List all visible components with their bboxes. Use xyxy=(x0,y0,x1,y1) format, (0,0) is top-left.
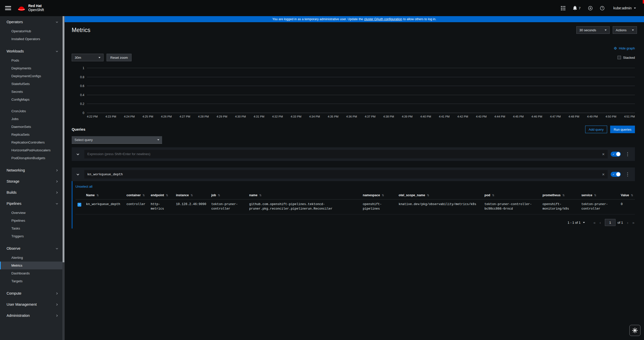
pagination-options-menu[interactable]: 1 - 1 of 1 xyxy=(566,220,586,225)
query-expression-input[interactable] xyxy=(84,170,608,179)
sidebar-item-poddisruptionbudgets[interactable]: PodDisruptionBudgets xyxy=(0,154,62,162)
sidebar-section-operators[interactable]: Operators xyxy=(0,16,62,27)
unselect-all-link[interactable]: Unselect all xyxy=(75,185,92,188)
hide-graph-link[interactable]: Hide graph xyxy=(614,46,635,50)
sidebar-section-compute[interactable]: Compute xyxy=(0,288,62,299)
sidebar-item-daemonsets[interactable]: DaemonSets xyxy=(0,123,62,131)
run-queries-button[interactable]: Run queries xyxy=(610,126,635,133)
sidebar-item-deploymentconfigs[interactable]: DeploymentConfigs xyxy=(0,72,62,80)
reset-zoom-button[interactable]: Reset zoom xyxy=(107,54,132,61)
clear-expression-button[interactable]: × xyxy=(601,152,606,157)
openshift-console: Red Hat OpenShift 7 xyxy=(0,0,644,340)
sidebar-item-installed-operators[interactable]: Installed Operators xyxy=(0,35,62,43)
query-row-1: × ✓ ⋮ xyxy=(72,147,635,161)
import-button[interactable] xyxy=(588,6,593,10)
row-checkbox[interactable]: ✓ xyxy=(78,203,81,207)
x-tick-label: 4:33 PM xyxy=(291,115,301,118)
sidebar-item-alerting[interactable]: Alerting xyxy=(0,254,62,262)
sidebar-item-pipelines[interactable]: Pipelines xyxy=(0,217,62,224)
column-header-name[interactable]: name⇅ xyxy=(247,191,361,200)
app-launcher-button[interactable] xyxy=(561,6,565,10)
sidebar-section-builds[interactable]: Builds xyxy=(0,187,62,198)
sidebar-section-observe[interactable]: Observe xyxy=(0,243,62,254)
column-header-instance[interactable]: instance⇅ xyxy=(174,191,209,200)
select-query-dropdown[interactable]: Select query xyxy=(72,136,162,144)
user-menu[interactable]: kube:admin xyxy=(612,6,637,10)
sidebar-item-replicationcontrollers[interactable]: ReplicationControllers xyxy=(0,138,62,146)
sidebar-item-overview[interactable]: Overview xyxy=(0,209,62,217)
column-header-value[interactable]: Value⇅ xyxy=(619,191,635,200)
sidebar-scrollbar[interactable] xyxy=(62,16,65,340)
sidebar-item-tasks[interactable]: Tasks xyxy=(0,224,62,232)
sidebar-item-pods[interactable]: Pods xyxy=(0,56,62,64)
queries-heading: Queries xyxy=(72,127,85,131)
help-button[interactable]: ? xyxy=(600,6,604,10)
column-header-job[interactable]: job⇅ xyxy=(209,191,247,200)
sidebar-item-deployments[interactable]: Deployments xyxy=(0,64,62,72)
nav-section-observe: ObserveAlertingMetricsDashboardsTargets xyxy=(0,243,62,288)
sort-icon: ⇅ xyxy=(191,194,193,197)
time-range-select[interactable]: 30m xyxy=(72,54,104,61)
column-header-service[interactable]: service⇅ xyxy=(579,191,619,200)
prev-page-button[interactable]: ‹ xyxy=(600,220,601,225)
sidebar-item-targets[interactable]: Targets xyxy=(0,277,62,285)
clear-expression-button[interactable]: × xyxy=(601,172,606,177)
column-header-prometheus[interactable]: prometheus⇅ xyxy=(540,191,579,200)
sidebar-item-dashboards[interactable]: Dashboards xyxy=(0,269,62,277)
query-expand-toggle[interactable] xyxy=(74,151,81,158)
sidebar-item-horizontalpodautoscalers[interactable]: HorizontalPodAutoscalers xyxy=(0,146,62,154)
sidebar-item-metrics[interactable]: Metrics xyxy=(0,262,62,269)
sidebar-item-secrets[interactable]: Secrets xyxy=(0,88,62,96)
y-tick-label: 0.6 xyxy=(80,84,84,88)
query-enabled-toggle[interactable]: ✓ xyxy=(611,152,621,157)
x-tick-label: 4:28 PM xyxy=(198,115,209,118)
notifications-button[interactable]: 7 xyxy=(573,6,580,10)
sidebar-section-user-management[interactable]: User Management xyxy=(0,299,62,310)
sidebar-item-jobs[interactable]: Jobs xyxy=(0,115,62,123)
column-label: Value xyxy=(621,193,629,197)
column-header-otel-scope-name[interactable]: otel_scope_name⇅ xyxy=(397,191,482,200)
oauth-config-link[interactable]: cluster OAuth configuration xyxy=(364,17,402,21)
sidebar-item-replicasets[interactable]: ReplicaSets xyxy=(0,131,62,138)
query-expression-input[interactable] xyxy=(84,150,608,158)
query-kebab-menu[interactable]: ⋮ xyxy=(624,152,631,156)
redhat-openshift-logo[interactable]: Red Hat OpenShift xyxy=(17,4,44,12)
sidebar-section-administration[interactable]: Administration xyxy=(0,310,62,321)
column-header-pod[interactable]: pod⇅ xyxy=(482,191,540,200)
query-expand-toggle[interactable] xyxy=(74,171,81,178)
sidebar-section-networking[interactable]: Networking xyxy=(0,164,62,176)
x-tick-label: 4:51 PM xyxy=(624,115,635,118)
refresh-interval-select[interactable]: 30 seconds xyxy=(576,26,610,34)
nav-toggle-button[interactable] xyxy=(5,6,11,10)
nav-section-pipelines: PipelinesOverviewPipelinesTasksTriggers xyxy=(0,198,62,243)
sidebar-item-operatorhub[interactable]: OperatorHub xyxy=(0,27,62,35)
add-query-button[interactable]: Add query xyxy=(585,126,607,133)
column-header-namespace[interactable]: namespace⇅ xyxy=(361,191,397,200)
actions-label: Actions xyxy=(616,28,627,32)
sidebar-item-cronjobs[interactable]: CronJobs xyxy=(0,107,62,115)
last-page-button[interactable]: » xyxy=(632,220,634,225)
app-launcher-grid-icon xyxy=(561,6,565,10)
sidebar-item-configmaps[interactable]: ConfigMaps xyxy=(0,96,62,103)
column-header-name[interactable]: Name⇅ xyxy=(84,191,124,200)
caret-down-icon xyxy=(157,139,159,140)
sidebar-section-workloads[interactable]: Workloads xyxy=(0,45,62,56)
first-page-button[interactable]: « xyxy=(594,220,596,225)
column-header-endpoint[interactable]: endpoint⇅ xyxy=(149,191,174,200)
query-enabled-toggle[interactable]: ✓ xyxy=(611,172,621,177)
sidebar-section-storage[interactable]: Storage xyxy=(0,176,62,187)
column-header-container[interactable]: container⇅ xyxy=(124,191,149,200)
stacked-checkbox[interactable]: Stacked xyxy=(617,56,635,60)
x-tick-label: 4:41 PM xyxy=(439,115,450,118)
sidebar-item-triggers[interactable]: Triggers xyxy=(0,232,62,240)
chevron-right-icon xyxy=(56,180,58,183)
sidebar-item-statefulsets[interactable]: StatefulSets xyxy=(0,80,62,88)
y-tick-label: 1 xyxy=(83,66,84,70)
actions-dropdown[interactable]: Actions xyxy=(613,26,637,34)
nav-section-storage: Storage xyxy=(0,176,62,187)
next-page-button[interactable]: › xyxy=(627,220,628,225)
sidebar-section-pipelines[interactable]: Pipelines xyxy=(0,198,62,209)
current-page-input[interactable]: 1 xyxy=(605,219,615,226)
query-kebab-menu[interactable]: ⋮ xyxy=(624,172,631,177)
sidebar-scrollbar-thumb[interactable] xyxy=(63,16,64,262)
